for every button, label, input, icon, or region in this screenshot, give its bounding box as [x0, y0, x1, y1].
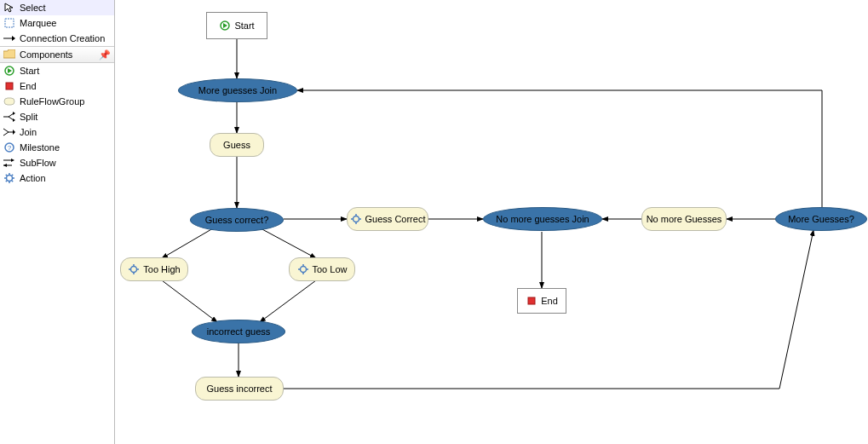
gear-icon — [297, 263, 309, 275]
milestone-icon: ? — [3, 141, 15, 153]
component-join-label: Join — [20, 127, 37, 137]
tool-select[interactable]: Select — [0, 0, 114, 15]
svg-point-22 — [7, 176, 13, 182]
svg-rect-66 — [528, 297, 535, 304]
svg-line-28 — [12, 181, 13, 182]
node-more-guesses-join[interactable]: More guesses Join — [178, 78, 297, 102]
component-ruleflowgroup-label: RuleFlowGroup — [20, 96, 84, 107]
component-start-label: Start — [20, 66, 39, 76]
node-no-more-guesses[interactable]: No more Guesses — [641, 207, 727, 231]
node-start-label: Start — [234, 20, 254, 31]
tool-marquee[interactable]: Marquee — [0, 15, 114, 31]
component-milestone[interactable]: ? Milestone — [0, 140, 114, 155]
node-guess-correct-label: Guess Correct — [365, 214, 426, 224]
component-action[interactable]: Action — [0, 170, 114, 186]
diagram-canvas[interactable]: Start More guesses Join Guess Guess corr… — [115, 0, 868, 444]
component-action-label: Action — [20, 173, 46, 183]
tool-marquee-label: Marquee — [20, 18, 56, 28]
section-components-label: Components — [20, 49, 72, 60]
node-end-label: End — [541, 296, 558, 306]
component-end[interactable]: End — [0, 78, 114, 94]
node-no-more-guesses-join-label: No more guesses Join — [496, 214, 589, 224]
pin-icon[interactable]: 📌 — [99, 49, 111, 61]
subflow-icon — [3, 157, 15, 169]
svg-line-39 — [162, 280, 217, 322]
svg-line-38 — [261, 228, 316, 258]
node-too-high[interactable]: Too High — [120, 257, 188, 281]
gear-icon — [128, 263, 140, 275]
component-milestone-label: Milestone — [20, 142, 60, 153]
svg-line-37 — [162, 228, 213, 258]
marquee-icon — [3, 17, 15, 29]
tool-palette: Select Marquee Connection Creation Compo… — [0, 0, 115, 444]
svg-line-27 — [6, 175, 7, 176]
component-split[interactable]: Split — [0, 109, 114, 124]
svg-marker-2 — [12, 36, 15, 41]
node-too-high-label: Too High — [143, 264, 180, 274]
component-ruleflowgroup[interactable]: RuleFlowGroup — [0, 94, 114, 109]
svg-rect-0 — [5, 19, 14, 27]
svg-marker-11 — [13, 118, 15, 122]
section-components[interactable]: Components 📌 — [0, 46, 114, 63]
svg-line-43 — [779, 230, 813, 389]
svg-text:?: ? — [8, 144, 12, 152]
svg-marker-20 — [11, 159, 14, 162]
node-guess-correct-split-label: Guess correct? — [205, 215, 269, 225]
node-guess-correct-split[interactable]: Guess correct? — [190, 208, 284, 232]
node-incorrect-guess[interactable]: incorrect guess — [192, 320, 285, 343]
gear-icon — [3, 172, 15, 184]
node-too-low[interactable]: Too Low — [289, 257, 355, 281]
split-icon — [3, 111, 15, 123]
svg-line-13 — [3, 132, 9, 136]
tool-select-label: Select — [20, 3, 46, 13]
svg-point-61 — [300, 267, 306, 273]
node-guess-incorrect[interactable]: Guess incorrect — [195, 377, 284, 401]
start-icon — [3, 65, 15, 77]
component-end-label: End — [20, 81, 37, 91]
node-guess-correct[interactable]: Guess Correct — [347, 207, 428, 231]
svg-line-40 — [260, 280, 316, 322]
cursor-icon — [3, 2, 15, 14]
node-more-guesses-split[interactable]: More Guesses? — [775, 207, 867, 231]
node-more-guesses-join-label: More guesses Join — [198, 85, 277, 95]
component-split-label: Split — [20, 112, 37, 122]
node-guess[interactable]: Guess — [210, 133, 264, 157]
end-icon — [526, 295, 537, 307]
gear-icon — [350, 213, 362, 225]
svg-marker-21 — [3, 164, 7, 167]
svg-line-29 — [6, 181, 7, 182]
join-icon — [3, 126, 15, 138]
start-icon — [219, 20, 231, 32]
svg-marker-15 — [13, 130, 15, 135]
arrow-icon — [3, 32, 15, 44]
node-more-guesses-split-label: More Guesses? — [788, 214, 854, 224]
tool-connection[interactable]: Connection Creation — [0, 31, 114, 46]
svg-marker-10 — [13, 112, 15, 115]
component-subflow[interactable]: SubFlow — [0, 155, 114, 170]
svg-point-51 — [353, 216, 359, 222]
svg-rect-5 — [6, 83, 13, 89]
node-guess-incorrect-label: Guess incorrect — [206, 383, 272, 394]
node-incorrect-guess-label: incorrect guess — [207, 326, 271, 337]
component-start[interactable]: Start — [0, 63, 114, 78]
node-start[interactable]: Start — [206, 12, 267, 39]
node-too-low-label: Too Low — [313, 264, 348, 274]
node-no-more-guesses-label: No more Guesses — [647, 214, 722, 224]
svg-rect-6 — [4, 98, 14, 105]
ruleflow-icon — [3, 95, 15, 107]
end-icon — [3, 80, 15, 92]
node-end[interactable]: End — [517, 288, 566, 314]
node-no-more-guesses-join[interactable]: No more guesses Join — [483, 207, 602, 231]
node-guess-label: Guess — [223, 140, 250, 150]
component-subflow-label: SubFlow — [20, 158, 56, 168]
svg-point-56 — [131, 267, 137, 273]
svg-line-30 — [12, 175, 13, 176]
component-join[interactable]: Join — [0, 124, 114, 140]
svg-line-12 — [3, 129, 9, 132]
folder-icon — [3, 49, 15, 61]
tool-connection-label: Connection Creation — [20, 33, 105, 43]
